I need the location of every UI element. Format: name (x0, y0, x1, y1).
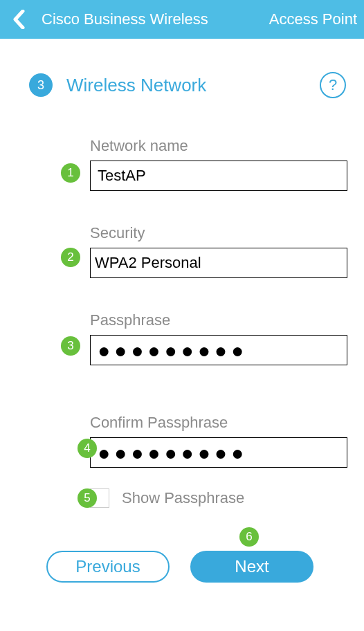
step-header: 3 Wireless Network ? (0, 39, 364, 98)
field-confirm-passphrase: 4 Confirm Passphrase ●●●●●●●●● (12, 414, 347, 468)
app-title: Cisco Business Wireless (42, 10, 269, 28)
field-passphrase: 3 Passphrase ●●●●●●●●● (12, 311, 347, 365)
next-button[interactable]: Next (190, 551, 313, 583)
app-header: Cisco Business Wireless Access Point (0, 0, 364, 39)
passphrase-input[interactable]: ●●●●●●●●● (90, 335, 347, 365)
field-network-name: 1 Network name (12, 137, 347, 191)
annotation-5: 5 (78, 488, 97, 508)
step-title: Wireless Network (66, 75, 320, 96)
show-passphrase-label: Show Passphrase (122, 489, 244, 507)
confirm-passphrase-input[interactable]: ●●●●●●●●● (90, 437, 347, 468)
previous-button[interactable]: Previous (46, 551, 170, 583)
show-passphrase-row: 5 Show Passphrase (12, 488, 347, 508)
field-security: 2 Security WPA2 Personal (12, 224, 347, 278)
annotation-6: 6 (239, 527, 259, 547)
step-number-badge: 3 (29, 73, 53, 97)
wireless-form: 1 Network name 2 Security WPA2 Personal … (0, 98, 364, 583)
network-name-input[interactable] (90, 161, 347, 191)
help-icon[interactable]: ? (320, 72, 346, 98)
back-icon[interactable] (8, 9, 29, 30)
nav-buttons: Previous Next (12, 551, 347, 583)
confirm-passphrase-label: Confirm Passphrase (90, 414, 347, 432)
security-label: Security (90, 224, 347, 242)
annotation-2: 2 (61, 248, 80, 267)
network-name-label: Network name (90, 137, 347, 155)
annotation-4: 4 (78, 439, 97, 458)
annotation-1: 1 (61, 163, 80, 183)
annotation-3: 3 (61, 336, 80, 356)
passphrase-label: Passphrase (90, 311, 347, 329)
security-select[interactable]: WPA2 Personal (90, 248, 347, 278)
device-type-label: Access Point (269, 10, 357, 28)
